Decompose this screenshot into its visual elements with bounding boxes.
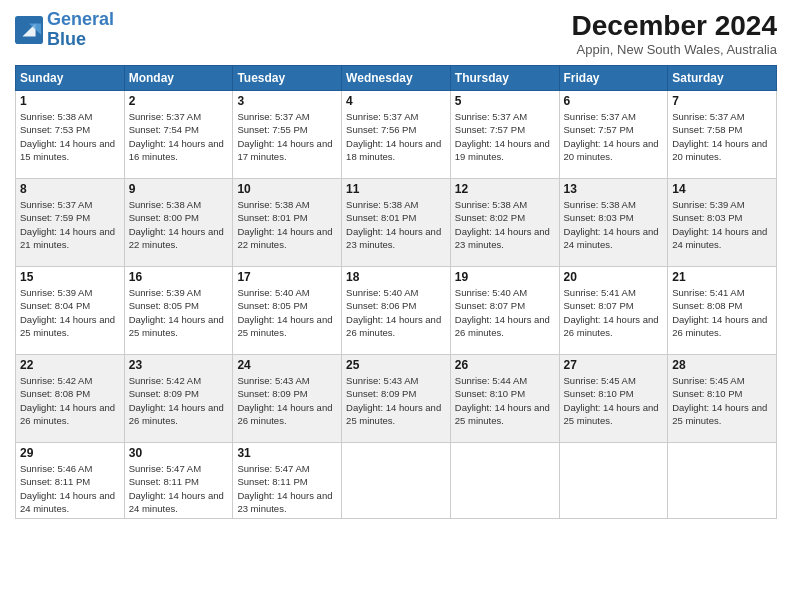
day-number: 22 [20, 358, 120, 372]
day-number: 13 [564, 182, 664, 196]
calendar-cell: 13 Sunrise: 5:38 AM Sunset: 8:03 PM Dayl… [559, 179, 668, 267]
day-number: 28 [672, 358, 772, 372]
day-info: Sunrise: 5:44 AM Sunset: 8:10 PM Dayligh… [455, 374, 555, 427]
calendar-cell: 25 Sunrise: 5:43 AM Sunset: 8:09 PM Dayl… [342, 355, 451, 443]
day-info: Sunrise: 5:37 AM Sunset: 7:54 PM Dayligh… [129, 110, 229, 163]
calendar-cell: 27 Sunrise: 5:45 AM Sunset: 8:10 PM Dayl… [559, 355, 668, 443]
calendar-cell [342, 443, 451, 519]
day-info: Sunrise: 5:39 AM Sunset: 8:03 PM Dayligh… [672, 198, 772, 251]
calendar-cell [668, 443, 777, 519]
day-number: 5 [455, 94, 555, 108]
day-info: Sunrise: 5:40 AM Sunset: 8:05 PM Dayligh… [237, 286, 337, 339]
day-number: 12 [455, 182, 555, 196]
header-wednesday: Wednesday [342, 66, 451, 91]
day-number: 29 [20, 446, 120, 460]
page-header: General Blue December 2024 Appin, New So… [15, 10, 777, 57]
day-info: Sunrise: 5:43 AM Sunset: 8:09 PM Dayligh… [346, 374, 446, 427]
day-info: Sunrise: 5:47 AM Sunset: 8:11 PM Dayligh… [237, 462, 337, 515]
header-thursday: Thursday [450, 66, 559, 91]
calendar-cell: 7 Sunrise: 5:37 AM Sunset: 7:58 PM Dayli… [668, 91, 777, 179]
day-number: 24 [237, 358, 337, 372]
calendar-cell: 26 Sunrise: 5:44 AM Sunset: 8:10 PM Dayl… [450, 355, 559, 443]
day-number: 9 [129, 182, 229, 196]
calendar-cell: 4 Sunrise: 5:37 AM Sunset: 7:56 PM Dayli… [342, 91, 451, 179]
day-number: 25 [346, 358, 446, 372]
calendar-cell: 21 Sunrise: 5:41 AM Sunset: 8:08 PM Dayl… [668, 267, 777, 355]
calendar-cell: 9 Sunrise: 5:38 AM Sunset: 8:00 PM Dayli… [124, 179, 233, 267]
day-info: Sunrise: 5:38 AM Sunset: 8:01 PM Dayligh… [237, 198, 337, 251]
day-info: Sunrise: 5:37 AM Sunset: 7:56 PM Dayligh… [346, 110, 446, 163]
day-info: Sunrise: 5:45 AM Sunset: 8:10 PM Dayligh… [672, 374, 772, 427]
header-monday: Monday [124, 66, 233, 91]
calendar-header-row: Sunday Monday Tuesday Wednesday Thursday… [16, 66, 777, 91]
calendar-cell: 1 Sunrise: 5:38 AM Sunset: 7:53 PM Dayli… [16, 91, 125, 179]
day-info: Sunrise: 5:37 AM Sunset: 7:57 PM Dayligh… [564, 110, 664, 163]
day-info: Sunrise: 5:38 AM Sunset: 8:03 PM Dayligh… [564, 198, 664, 251]
calendar-row: 8 Sunrise: 5:37 AM Sunset: 7:59 PM Dayli… [16, 179, 777, 267]
day-info: Sunrise: 5:37 AM Sunset: 7:59 PM Dayligh… [20, 198, 120, 251]
day-number: 11 [346, 182, 446, 196]
day-info: Sunrise: 5:37 AM Sunset: 7:58 PM Dayligh… [672, 110, 772, 163]
day-number: 2 [129, 94, 229, 108]
header-tuesday: Tuesday [233, 66, 342, 91]
calendar-cell: 6 Sunrise: 5:37 AM Sunset: 7:57 PM Dayli… [559, 91, 668, 179]
day-info: Sunrise: 5:39 AM Sunset: 8:04 PM Dayligh… [20, 286, 120, 339]
calendar-cell: 17 Sunrise: 5:40 AM Sunset: 8:05 PM Dayl… [233, 267, 342, 355]
day-info: Sunrise: 5:38 AM Sunset: 8:00 PM Dayligh… [129, 198, 229, 251]
day-number: 20 [564, 270, 664, 284]
calendar-cell: 2 Sunrise: 5:37 AM Sunset: 7:54 PM Dayli… [124, 91, 233, 179]
calendar-cell [450, 443, 559, 519]
day-info: Sunrise: 5:38 AM Sunset: 7:53 PM Dayligh… [20, 110, 120, 163]
calendar-cell: 22 Sunrise: 5:42 AM Sunset: 8:08 PM Dayl… [16, 355, 125, 443]
logo: General Blue [15, 10, 114, 50]
calendar-cell: 23 Sunrise: 5:42 AM Sunset: 8:09 PM Dayl… [124, 355, 233, 443]
day-info: Sunrise: 5:38 AM Sunset: 8:01 PM Dayligh… [346, 198, 446, 251]
day-info: Sunrise: 5:41 AM Sunset: 8:08 PM Dayligh… [672, 286, 772, 339]
calendar-row: 15 Sunrise: 5:39 AM Sunset: 8:04 PM Dayl… [16, 267, 777, 355]
calendar-cell [559, 443, 668, 519]
day-number: 19 [455, 270, 555, 284]
day-number: 27 [564, 358, 664, 372]
day-info: Sunrise: 5:42 AM Sunset: 8:09 PM Dayligh… [129, 374, 229, 427]
day-number: 23 [129, 358, 229, 372]
calendar-cell: 16 Sunrise: 5:39 AM Sunset: 8:05 PM Dayl… [124, 267, 233, 355]
day-info: Sunrise: 5:42 AM Sunset: 8:08 PM Dayligh… [20, 374, 120, 427]
day-number: 14 [672, 182, 772, 196]
day-number: 15 [20, 270, 120, 284]
title-block: December 2024 Appin, New South Wales, Au… [572, 10, 777, 57]
calendar-cell: 20 Sunrise: 5:41 AM Sunset: 8:07 PM Dayl… [559, 267, 668, 355]
day-info: Sunrise: 5:43 AM Sunset: 8:09 PM Dayligh… [237, 374, 337, 427]
logo-text: General Blue [47, 10, 114, 50]
day-number: 1 [20, 94, 120, 108]
logo-icon [15, 16, 43, 44]
day-number: 26 [455, 358, 555, 372]
calendar-cell: 12 Sunrise: 5:38 AM Sunset: 8:02 PM Dayl… [450, 179, 559, 267]
calendar-cell: 29 Sunrise: 5:46 AM Sunset: 8:11 PM Dayl… [16, 443, 125, 519]
calendar-cell: 19 Sunrise: 5:40 AM Sunset: 8:07 PM Dayl… [450, 267, 559, 355]
calendar-row: 1 Sunrise: 5:38 AM Sunset: 7:53 PM Dayli… [16, 91, 777, 179]
calendar-cell: 28 Sunrise: 5:45 AM Sunset: 8:10 PM Dayl… [668, 355, 777, 443]
calendar-cell: 3 Sunrise: 5:37 AM Sunset: 7:55 PM Dayli… [233, 91, 342, 179]
day-number: 18 [346, 270, 446, 284]
day-number: 6 [564, 94, 664, 108]
day-info: Sunrise: 5:41 AM Sunset: 8:07 PM Dayligh… [564, 286, 664, 339]
calendar-cell: 18 Sunrise: 5:40 AM Sunset: 8:06 PM Dayl… [342, 267, 451, 355]
day-info: Sunrise: 5:45 AM Sunset: 8:10 PM Dayligh… [564, 374, 664, 427]
day-info: Sunrise: 5:40 AM Sunset: 8:07 PM Dayligh… [455, 286, 555, 339]
day-number: 8 [20, 182, 120, 196]
day-info: Sunrise: 5:46 AM Sunset: 8:11 PM Dayligh… [20, 462, 120, 515]
day-info: Sunrise: 5:47 AM Sunset: 8:11 PM Dayligh… [129, 462, 229, 515]
header-sunday: Sunday [16, 66, 125, 91]
month-title: December 2024 [572, 10, 777, 42]
calendar: Sunday Monday Tuesday Wednesday Thursday… [15, 65, 777, 519]
calendar-cell: 10 Sunrise: 5:38 AM Sunset: 8:01 PM Dayl… [233, 179, 342, 267]
day-info: Sunrise: 5:40 AM Sunset: 8:06 PM Dayligh… [346, 286, 446, 339]
day-number: 30 [129, 446, 229, 460]
day-number: 7 [672, 94, 772, 108]
calendar-cell: 31 Sunrise: 5:47 AM Sunset: 8:11 PM Dayl… [233, 443, 342, 519]
day-number: 16 [129, 270, 229, 284]
header-friday: Friday [559, 66, 668, 91]
day-number: 21 [672, 270, 772, 284]
location: Appin, New South Wales, Australia [572, 42, 777, 57]
day-number: 31 [237, 446, 337, 460]
